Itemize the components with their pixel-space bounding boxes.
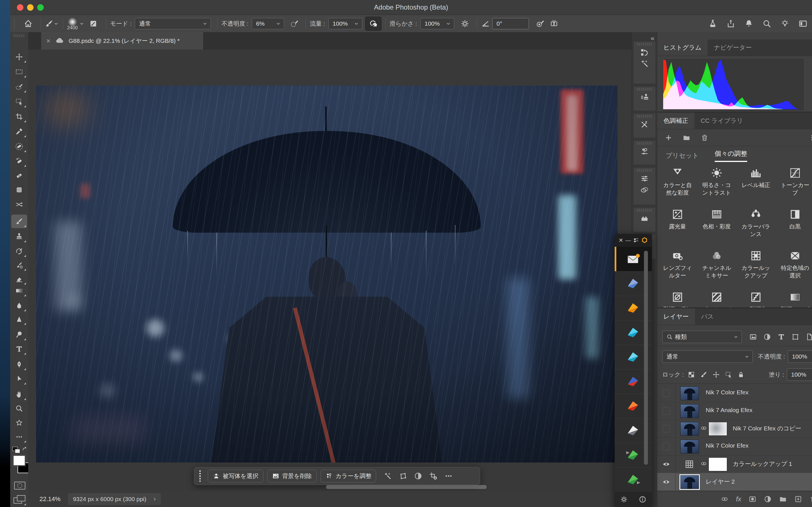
layer-thumbnail[interactable] — [680, 475, 699, 489]
lock-all-icon[interactable] — [737, 371, 745, 378]
tab-navigator[interactable]: ナビゲーター — [708, 40, 758, 56]
tool-healing-brush[interactable] — [11, 169, 27, 182]
lock-transparency-icon[interactable] — [688, 371, 695, 378]
taskbar-drag-handle[interactable] — [199, 470, 203, 482]
subtab-presets[interactable]: プリセット — [666, 151, 699, 160]
tool-presets-panel-icon[interactable] — [640, 120, 649, 129]
document-tab[interactable]: × G88.psdc @ 22.1% (レイヤー 2, RGB/8) * — [41, 32, 204, 50]
new-adjustment-layer-icon[interactable] — [764, 495, 772, 503]
tool-clone-stamp[interactable] — [11, 230, 27, 243]
airbrush-toggle[interactable] — [365, 17, 382, 31]
channels-panel-icon[interactable] — [640, 185, 649, 194]
adjustment-presets-panel-icon[interactable] — [640, 147, 649, 156]
adjust-color-button[interactable]: カラーを調整 — [320, 469, 376, 483]
filter-type-layers-icon[interactable] — [777, 333, 785, 341]
zoom-level[interactable]: 22.14% — [40, 496, 61, 503]
filter-shape-layers-icon[interactable] — [792, 333, 799, 341]
visibility-toggle[interactable] — [657, 384, 675, 402]
layer-fill-select[interactable]: 100% — [787, 369, 812, 381]
share-icon[interactable] — [726, 19, 735, 28]
nik-close-icon[interactable]: ✕ — [619, 237, 623, 244]
tool-mixer-brush[interactable] — [11, 258, 27, 272]
tool-spot-healing-brush[interactable] — [11, 154, 27, 168]
new-group-icon[interactable] — [779, 495, 787, 503]
layer-name[interactable]: カラールックアップ 1 — [733, 460, 792, 468]
nik-scrollbar[interactable] — [644, 251, 648, 465]
more-options-icon[interactable] — [444, 472, 453, 480]
properties-panel-icon[interactable] — [640, 174, 649, 183]
tool-remove[interactable] — [11, 140, 27, 153]
adjustment-exposure[interactable]: 露光量 — [662, 208, 693, 230]
layer-name[interactable]: Nik 7 Color Efex — [706, 442, 749, 449]
tool-zoom[interactable] — [11, 402, 27, 415]
tool-eraser[interactable] — [11, 272, 27, 286]
visibility-toggle[interactable] — [657, 455, 675, 473]
tool-brush[interactable] — [11, 215, 27, 228]
delete-layer-icon[interactable] — [809, 495, 812, 503]
adjustment-hue-saturation[interactable]: 色相・彩度 — [702, 208, 732, 230]
transform-icon[interactable] — [399, 472, 407, 480]
layer-thumbnail[interactable] — [680, 404, 699, 418]
blend-mode-select[interactable]: 通常 — [135, 18, 211, 29]
default-colors-icon[interactable] — [12, 447, 20, 453]
filter-pixel-layers-icon[interactable] — [749, 333, 757, 341]
tab-histogram[interactable]: ヒストグラム — [657, 40, 708, 56]
adjustment-color-balance[interactable]: カラーバラ ンス — [741, 208, 771, 238]
visibility-toggle[interactable] — [657, 420, 675, 438]
zoom-window-button[interactable] — [37, 4, 44, 11]
nik-output-sharpener-item[interactable] — [615, 467, 652, 492]
toggle-brush-panel-icon[interactable] — [89, 19, 98, 28]
canvas-image[interactable] — [36, 86, 617, 462]
tab-layers[interactable]: レイヤー — [657, 308, 695, 325]
layer-row[interactable]: Nik 7 Analog Efex — [657, 402, 812, 420]
tool-history-brush[interactable] — [11, 244, 27, 258]
visibility-toggle[interactable] — [657, 473, 675, 491]
lock-artboard-icon[interactable] — [725, 371, 732, 378]
panel-grip[interactable] — [637, 43, 652, 46]
add-adjustment-icon[interactable] — [665, 134, 672, 142]
new-group-folder-icon[interactable] — [682, 134, 691, 142]
document-info[interactable]: 9324 px x 6000 px (300 ppi) › — [68, 493, 161, 505]
tool-blur[interactable] — [11, 299, 27, 313]
tool-move[interactable] — [11, 50, 27, 64]
chevron-down-icon[interactable] — [79, 21, 85, 26]
generative-wand-panel-icon[interactable] — [640, 59, 649, 68]
layer-mask-thumbnail[interactable] — [709, 422, 727, 436]
tool-content-aware-move[interactable] — [11, 198, 27, 211]
smoothing-select[interactable]: 100% — [420, 18, 454, 29]
tool-hand[interactable] — [11, 388, 27, 401]
generative-wand-icon[interactable] — [384, 472, 392, 480]
horizontal-scrollbar[interactable] — [326, 485, 487, 489]
crop-add-icon[interactable] — [429, 472, 438, 480]
layer-row[interactable]: Nik 7 Color Efex — [657, 438, 812, 455]
visibility-toggle[interactable] — [657, 438, 675, 455]
tool-object-selection[interactable] — [11, 95, 27, 108]
workspace-switcher-icon[interactable] — [799, 19, 808, 28]
history-panel-icon[interactable] — [640, 48, 649, 57]
filter-smart-objects-icon[interactable] — [806, 333, 812, 341]
tool-eyedropper[interactable] — [11, 125, 27, 138]
brush-tip-picker[interactable]: 2400 — [67, 18, 78, 30]
layer-row[interactable]: Nik 7 Color Efex のコピー — [657, 420, 812, 438]
tool-pen[interactable] — [11, 358, 27, 371]
layer-thumbnail[interactable] — [680, 440, 699, 453]
layer-filter-select[interactable]: 種類 — [662, 331, 742, 343]
adjustments-list-view-icon[interactable] — [810, 133, 812, 142]
tab-paths[interactable]: パス — [695, 308, 720, 325]
adjustment-brightness-contrast[interactable]: 明るさ・コ ントラスト — [702, 167, 732, 196]
lock-pixels-icon[interactable] — [700, 371, 707, 378]
layer-name[interactable]: Nik 7 Color Efex — [706, 389, 749, 396]
adjustment-photo-filter[interactable]: レンズフィ ルター — [662, 249, 693, 279]
clone-source-panel-icon[interactable] — [640, 93, 649, 102]
discover-bulb-icon[interactable] — [780, 19, 790, 28]
tool-selection-brush[interactable] — [11, 80, 27, 94]
visibility-toggle[interactable] — [657, 402, 675, 420]
tool-sharpen[interactable] — [11, 313, 27, 326]
link-layers-icon[interactable] — [721, 495, 728, 503]
quick-mask-mode-button[interactable] — [14, 482, 26, 490]
mask-link-icon[interactable] — [700, 460, 707, 467]
tool-rectangular-marquee[interactable] — [11, 65, 27, 78]
mask-link-icon[interactable] — [700, 425, 707, 432]
foreground-color-swatch[interactable] — [13, 455, 26, 466]
add-layer-mask-icon[interactable] — [749, 495, 756, 503]
